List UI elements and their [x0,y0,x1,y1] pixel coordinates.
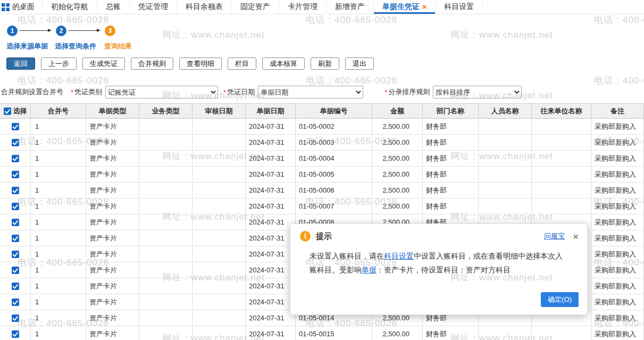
cell-person [479,119,532,134]
cell-doc_date: 2024-07-31 [246,230,296,246]
cell-person [479,326,532,340]
row-select-cell [0,262,31,278]
cell-audit_date [193,278,246,294]
row-select-cell [0,326,31,340]
row-checkbox[interactable] [12,283,19,290]
dialog-link[interactable]: 单据 [362,266,377,274]
column-header-3: 业务类型 [139,104,193,118]
tab-3[interactable]: 科目余额表 [177,0,232,14]
cell-amount: 2,500.00 [372,135,423,150]
table-row[interactable]: 1资产卡片2024-07-3101-05-00152,500.00财务部采购部新… [0,326,644,340]
toolbar-button-1[interactable]: 上一步 [41,57,77,70]
cell-doc_type: 资产卡片 [86,183,139,198]
cell-merge_no: 1 [31,246,86,262]
tab-5[interactable]: 卡片管理 [279,0,327,14]
row-checkbox[interactable] [12,155,19,162]
row-checkbox[interactable] [12,330,19,338]
cell-note: 采购部新购入 [591,198,644,214]
step-2-circle: 2 [56,26,66,36]
close-icon[interactable]: × [573,231,579,242]
column-header-10: 往来单位名称 [532,104,591,118]
toolbar-button-7[interactable]: 刷新 [311,57,339,70]
toolbar-button-3[interactable]: 合并规则 [131,57,173,70]
cell-person [479,167,532,182]
cell-biz_type [139,198,193,214]
warning-icon: ! [300,231,311,242]
cell-doc_type: 资产卡片 [86,294,139,310]
row-checkbox[interactable] [12,123,19,130]
cell-dept: 财务部 [423,167,479,182]
toolbar-button-0[interactable]: 返回 [6,57,35,70]
voucher-date-select[interactable]: 单据日期 [258,86,363,98]
toolbar-button-6[interactable]: 成本核算 [262,57,305,70]
row-checkbox[interactable] [12,203,19,210]
cell-merge_no: 1 [31,135,86,150]
dialog-link[interactable]: 科目设置 [384,252,414,260]
tab-label: 凭证管理 [138,2,168,12]
column-header-label: 合并号 [48,106,69,116]
cell-note: 采购部新购入 [591,294,644,310]
column-header-label: 金额 [390,106,404,116]
cell-doc_type: 资产卡片 [86,310,139,326]
row-checkbox[interactable] [12,187,19,194]
voucher-type-select[interactable]: 记账凭证 [105,86,218,98]
tab-6[interactable]: 新增资产 [327,0,374,14]
row-checkbox[interactable] [12,139,19,146]
row-checkbox[interactable] [12,219,19,226]
row-checkbox[interactable] [12,314,19,322]
cell-note: 采购部新购入 [591,326,644,340]
sort-rule-select[interactable]: 按科目排序 [433,86,522,98]
toolbar-button-5[interactable]: 栏目 [228,57,256,70]
tab-0[interactable]: 初始化导航 [43,0,97,14]
cell-doc_type: 资产卡片 [86,167,139,182]
tab-close-icon[interactable]: × [422,3,426,11]
toolbar-button-8[interactable]: 退出 [345,57,374,70]
table-row[interactable]: 1资产卡片2024-07-3101-05-00052,500.00财务部采购部新… [0,167,644,183]
row-checkbox[interactable] [12,267,19,274]
dialog-text: ：资产卡片，待设置科目：资产对方科目 [377,266,511,274]
column-header-4: 审核日期 [193,104,246,118]
help-service-link[interactable]: 问服宝 [544,231,565,241]
row-checkbox[interactable] [12,251,19,258]
tab-8[interactable]: 科目设置 [436,0,483,14]
confirm-button[interactable]: 确定(O) [541,292,579,307]
cell-merge_no: 1 [31,294,86,310]
cell-audit_date [193,119,246,134]
table-row[interactable]: 1资产卡片2024-07-3101-05-00022,500.00财务部采购部新… [0,119,644,135]
cell-doc_no: 01-05-0015 [296,326,372,340]
cell-amount: 2,500.00 [372,326,423,340]
cell-biz_type [139,167,193,182]
table-row[interactable]: 1资产卡片2024-07-3101-05-00062,500.00财务部采购部新… [0,183,644,198]
row-checkbox[interactable] [12,298,19,306]
tab-bar: 的桌面 初始化导航总账凭证管理科目余额表固定资产卡片管理新增资产单据生凭证×科目… [0,0,644,14]
tab-2[interactable]: 凭证管理 [130,0,177,14]
tab-7[interactable]: 单据生凭证× [374,0,436,14]
cell-biz_type [139,230,193,246]
table-row[interactable]: 1资产卡片2024-07-3101-05-00032,500.00财务部采购部新… [0,135,644,151]
tab-home[interactable]: 的桌面 [0,0,43,14]
cell-doc_type: 资产卡片 [86,198,139,214]
table-row[interactable]: 1资产卡片2024-07-3101-05-00042,500.00财务部采购部新… [0,151,644,167]
column-header-label: 单据编号 [320,106,348,116]
cell-doc_date: 2024-07-31 [246,214,296,230]
cell-doc_no: 01-05-0002 [296,119,372,134]
cell-unit [532,326,591,340]
row-select-cell [0,230,31,246]
toolbar-button-2[interactable]: 生成凭证 [82,57,125,70]
row-select-cell [0,294,31,310]
row-checkbox[interactable] [12,235,19,242]
toolbar-button-4[interactable]: 查看明细 [179,57,222,70]
row-select-cell [0,310,31,326]
cell-biz_type [139,326,193,340]
tab-4[interactable]: 固定资产 [232,0,279,14]
cell-doc_date: 2024-07-31 [246,198,296,214]
tab-1[interactable]: 总账 [97,0,130,14]
cell-doc_date: 2024-07-31 [246,183,296,198]
cell-note: 采购部新购入 [591,230,644,246]
watermark-text: 网址：www.chanjet.net [450,29,553,41]
row-checkbox[interactable] [12,171,19,178]
cell-biz_type [139,151,193,166]
cell-merge_no: 1 [31,119,86,134]
table-row[interactable]: 1资产卡片2024-07-3101-05-00072,500.00财务部采购部新… [0,198,644,214]
select-all-checkbox[interactable] [4,107,11,115]
